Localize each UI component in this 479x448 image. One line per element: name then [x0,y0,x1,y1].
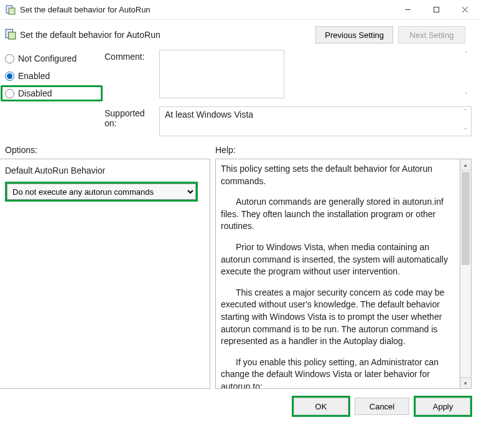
scroll-down-button[interactable]: ▾ [460,377,471,388]
scroll-up-icon[interactable]: ˄ [460,109,471,114]
section-labels: Options: Help: [0,141,479,159]
minimize-button[interactable] [393,0,422,20]
scroll-down-icon[interactable]: ˅ [460,128,471,134]
help-paragraph: Prior to Windows Vista, when media conta… [221,241,455,278]
supported-value: At least Windows Vista [165,110,253,119]
dropdown-highlight: Do not execute any autorun commands [5,182,198,202]
scroll-up-icon[interactable]: ˄ [460,52,472,57]
supported-wrap: At least Windows Vista ˄ ˅ [159,106,472,136]
scroll-down-icon[interactable]: ˅ [460,93,472,98]
policy-title-row: Set the default behavior for AutoRun [5,29,309,42]
radio-enabled[interactable]: Enabled [5,71,98,81]
previous-setting-button[interactable]: Previous Setting [315,26,393,44]
meta-fields: Comment: ˄ ˅ Supported on: At least Wind… [105,50,472,136]
radio-not-configured[interactable]: Not Configured [5,54,98,63]
options-section-label: Options: [5,145,215,155]
radio-disabled[interactable]: Disabled [5,88,98,98]
state-radios: Not Configured Enabled Disabled [5,50,98,136]
policy-icon [5,4,16,16]
options-pane: Default AutoRun Behavior Do not execute … [0,159,210,389]
supported-row: Supported on: At least Windows Vista ˄ ˅ [105,106,472,136]
help-paragraph: If you enable this policy setting, an Ad… [221,357,455,389]
radio-disabled-highlight: Disabled [1,85,103,101]
svg-rect-7 [9,32,16,39]
next-setting-button: Next Setting [398,26,465,44]
policy-title: Set the default behavior for AutoRun [20,30,160,40]
cancel-button[interactable]: Cancel [355,398,409,415]
autorun-behavior-dropdown[interactable]: Do not execute any autorun commands [7,184,196,200]
supported-label: Supported on: [105,106,153,128]
upper-body: Not Configured Enabled Disabled Comment:… [0,50,479,141]
lower-body: Default AutoRun Behavior Do not execute … [0,159,479,389]
supported-scroll: ˄ ˅ [460,107,471,136]
radio-disabled-label: Disabled [18,88,52,98]
help-paragraph: Autorun commands are generally stored in… [221,196,455,233]
window-controls [393,0,479,20]
option-caption: Default AutoRun Behavior [5,166,203,175]
help-pane: This policy setting sets the default beh… [215,159,460,389]
policy-icon [5,29,16,42]
radio-enabled-input[interactable] [5,72,14,81]
svg-rect-1 [9,8,15,14]
header-row: Set the default behavior for AutoRun Pre… [0,20,479,50]
scroll-thumb[interactable] [462,172,470,265]
nav-buttons: Previous Setting Next Setting [315,26,465,44]
comment-textarea[interactable] [159,50,284,98]
scroll-track[interactable] [460,170,471,377]
radio-disabled-input[interactable] [5,89,14,98]
help-scrollbar[interactable]: ▴ ▾ [460,159,472,389]
help-section-label: Help: [215,145,236,155]
dialog-footer: OK Cancel Apply [0,389,479,415]
svg-rect-3 [434,7,439,12]
comment-row: Comment: ˄ ˅ [105,50,472,100]
apply-button[interactable]: Apply [416,398,470,415]
radio-not-configured-label: Not Configured [18,54,77,63]
comment-wrap: ˄ ˅ [159,50,472,100]
radio-enabled-label: Enabled [18,71,50,81]
titlebar: Set the default behavior for AutoRun [0,0,479,20]
ok-button[interactable]: OK [294,398,348,415]
radio-not-configured-input[interactable] [5,54,14,63]
supported-box: At least Windows Vista ˄ ˅ [159,106,472,136]
scroll-up-button[interactable]: ▴ [460,159,471,170]
comment-scroll: ˄ ˅ [460,50,472,100]
help-paragraph: This creates a major security concern as… [221,287,455,348]
window-title: Set the default behavior for AutoRun [20,5,393,14]
maximize-button[interactable] [422,0,450,20]
comment-label: Comment: [105,50,153,62]
help-paragraph: This policy setting sets the default beh… [221,163,455,187]
close-button[interactable] [450,0,479,20]
help-pane-wrap: This policy setting sets the default beh… [215,159,472,389]
